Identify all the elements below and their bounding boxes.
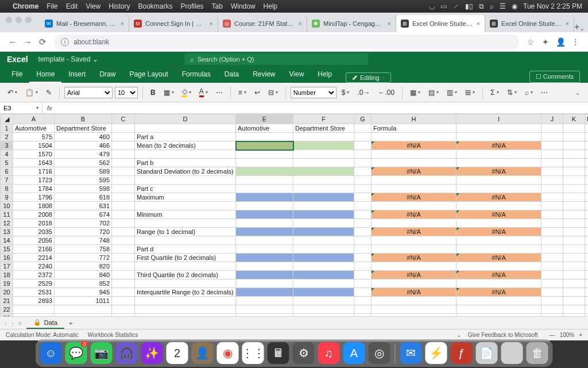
cell[interactable] <box>585 262 589 271</box>
cell[interactable] <box>112 176 135 185</box>
cell[interactable] <box>135 262 236 271</box>
cell[interactable] <box>293 202 354 210</box>
cell[interactable]: 2008 <box>13 210 55 219</box>
cell[interactable] <box>135 219 236 228</box>
cell[interactable] <box>541 262 563 271</box>
cell[interactable]: 2214 <box>13 254 55 262</box>
cell[interactable] <box>354 210 372 219</box>
cell[interactable]: 575 <box>13 133 55 141</box>
window-controls[interactable] <box>6 17 32 23</box>
cell[interactable] <box>563 305 585 314</box>
cell[interactable] <box>372 305 457 314</box>
back-button[interactable]: ← <box>6 37 20 47</box>
name-box[interactable]: E3▾ <box>0 102 42 113</box>
chrome-menu-icon[interactable]: ⋮ <box>568 37 582 47</box>
cell[interactable]: Formula <box>372 124 457 133</box>
cell[interactable]: 772 <box>55 254 112 262</box>
row-header[interactable]: 14 <box>1 236 13 245</box>
cell[interactable] <box>236 314 293 317</box>
cell[interactable] <box>457 297 541 305</box>
row-header[interactable]: 1 <box>1 124 13 133</box>
zoom-level[interactable]: 100% <box>560 332 575 338</box>
cell[interactable] <box>354 236 372 245</box>
cell[interactable] <box>585 297 589 305</box>
sheet-list[interactable]: ≡ <box>18 320 21 327</box>
merge-button[interactable]: ⊟▾ <box>265 87 281 98</box>
cell[interactable] <box>354 245 372 254</box>
find-button[interactable]: ⌕▾ <box>522 87 536 98</box>
cell[interactable] <box>372 133 457 141</box>
ribbon-collapse[interactable]: ⌄ <box>572 87 583 98</box>
cell[interactable]: 720 <box>55 228 112 236</box>
cell[interactable] <box>293 314 354 317</box>
cell[interactable] <box>541 150 563 159</box>
cell[interactable]: First Quartile (to 2 decimals) <box>135 254 236 262</box>
cell[interactable] <box>541 159 563 167</box>
cell[interactable] <box>293 271 354 279</box>
cell[interactable]: 1796 <box>13 193 55 202</box>
cell[interactable] <box>457 185 541 193</box>
cell[interactable]: #N/A <box>372 288 457 297</box>
dock-app[interactable]: ✨ <box>141 342 163 364</box>
cell[interactable] <box>585 219 589 228</box>
cell[interactable] <box>354 159 372 167</box>
cell[interactable] <box>236 262 293 271</box>
cell[interactable]: 1723 <box>13 176 55 185</box>
menu-item[interactable]: Help <box>264 2 278 10</box>
cell[interactable]: Department Store <box>55 124 112 133</box>
wrap-button[interactable]: ↩ <box>252 87 263 98</box>
cell[interactable]: 562 <box>55 159 112 167</box>
cell[interactable] <box>354 141 372 150</box>
cell[interactable] <box>135 314 236 317</box>
row-header[interactable]: 13 <box>1 228 13 236</box>
cell[interactable] <box>372 176 457 185</box>
comments-button[interactable]: ☐ Comments <box>529 71 580 83</box>
align-button[interactable]: ≡▾ <box>235 87 249 98</box>
excel-search[interactable]: ⌕ Search (Option + Q) <box>184 53 368 65</box>
cell[interactable] <box>112 167 135 176</box>
cell[interactable] <box>541 236 563 245</box>
cell[interactable] <box>112 159 135 167</box>
cell[interactable] <box>112 279 135 288</box>
column-header[interactable]: D <box>135 114 236 124</box>
cell[interactable] <box>585 228 589 236</box>
cell[interactable] <box>354 279 372 288</box>
cell[interactable] <box>541 141 563 150</box>
spreadsheet-grid[interactable]: ◢ABCDEFGHIJKL 1AutomotiveDepartment Stor… <box>0 114 588 316</box>
cell[interactable] <box>585 288 589 297</box>
cell[interactable]: 1716 <box>13 167 55 176</box>
cell[interactable] <box>372 314 457 317</box>
row-header[interactable]: 22 <box>1 305 13 314</box>
ribbon-tab[interactable]: Help <box>311 67 339 83</box>
new-tab-button[interactable]: + <box>574 22 579 32</box>
cell[interactable]: #N/A <box>457 288 541 297</box>
cell[interactable]: #N/A <box>457 210 541 219</box>
cell[interactable] <box>563 210 585 219</box>
cell[interactable] <box>585 124 589 133</box>
bookmark-star-icon[interactable]: ☆ <box>524 37 537 47</box>
dock-app[interactable]: ◉ <box>217 342 239 364</box>
cell[interactable] <box>112 245 135 254</box>
editing-mode[interactable]: Editing ▾ <box>346 72 391 83</box>
row-header[interactable]: 4 <box>1 150 13 159</box>
column-header[interactable]: J <box>541 114 563 124</box>
cell[interactable] <box>354 176 372 185</box>
cell[interactable] <box>135 236 236 245</box>
dock-app[interactable]: ⋮⋮ <box>242 342 264 364</box>
cell[interactable] <box>13 305 55 314</box>
cell[interactable] <box>293 185 354 193</box>
size-select[interactable]: 10 <box>115 87 138 98</box>
menubar-icon[interactable]: ⟋ <box>452 2 459 10</box>
dock-app[interactable]: 👤 <box>192 342 214 364</box>
paste-button[interactable]: 📋▾ <box>22 87 41 98</box>
cell[interactable]: 2035 <box>13 228 55 236</box>
cell[interactable] <box>293 133 354 141</box>
cell[interactable]: #N/A <box>457 193 541 202</box>
cell[interactable] <box>112 141 135 150</box>
wb-stats[interactable]: Workbook Statistics <box>88 332 138 338</box>
cell[interactable]: 2531 <box>13 288 55 297</box>
more-font[interactable]: ⋯ <box>213 87 226 98</box>
cell[interactable]: 1011 <box>55 297 112 305</box>
cell[interactable] <box>293 245 354 254</box>
cell[interactable] <box>563 228 585 236</box>
